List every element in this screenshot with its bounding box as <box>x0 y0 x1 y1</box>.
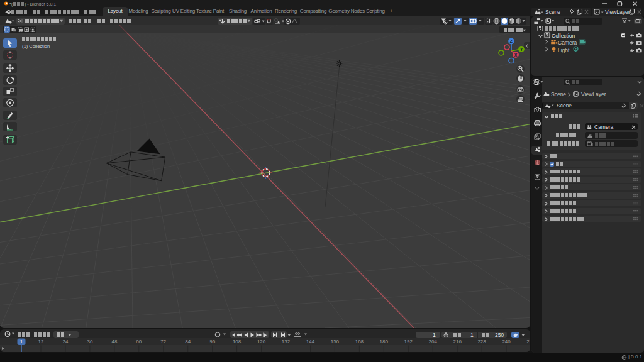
svg-text:Z: Z <box>510 39 513 43</box>
svg-text:84: 84 <box>185 339 191 344</box>
svg-text:132: 132 <box>282 339 291 344</box>
svg-text:204: 204 <box>429 339 438 344</box>
svg-text:60: 60 <box>136 339 142 344</box>
svg-text:156: 156 <box>331 339 340 344</box>
svg-text:12: 12 <box>38 339 44 344</box>
svg-text:168: 168 <box>355 339 364 344</box>
svg-text:228: 228 <box>477 339 486 344</box>
svg-text:48: 48 <box>111 339 117 344</box>
svg-text:X: X <box>514 53 518 57</box>
svg-text:180: 180 <box>380 339 389 344</box>
svg-text:192: 192 <box>404 339 413 344</box>
svg-text:240: 240 <box>502 339 511 344</box>
svg-text:216: 216 <box>453 339 462 344</box>
svg-text:24: 24 <box>63 339 69 344</box>
svg-text:96: 96 <box>209 339 215 344</box>
svg-text:72: 72 <box>160 339 166 344</box>
svg-text:144: 144 <box>306 339 315 344</box>
svg-text:Y: Y <box>520 47 523 52</box>
svg-text:108: 108 <box>233 339 242 344</box>
svg-text:252: 252 <box>526 339 530 344</box>
svg-text:1: 1 <box>20 339 23 344</box>
svg-text:36: 36 <box>87 339 92 344</box>
svg-text:120: 120 <box>257 339 266 344</box>
